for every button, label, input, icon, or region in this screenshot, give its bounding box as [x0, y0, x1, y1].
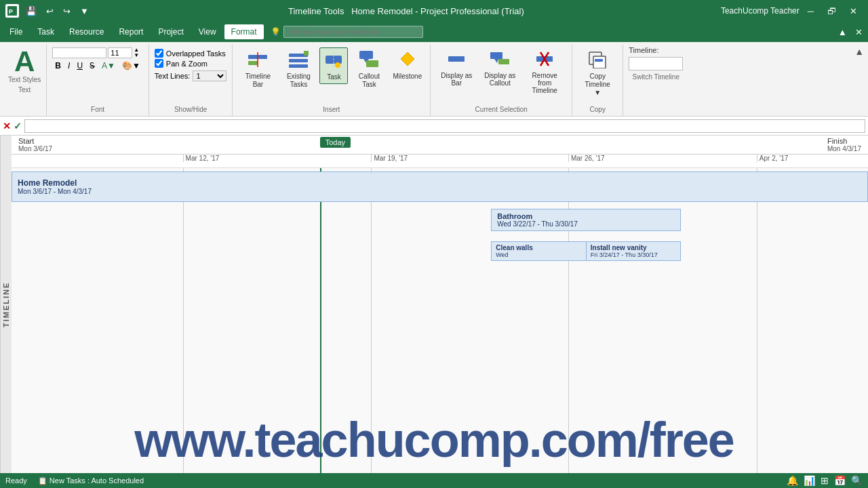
- window-title: Home Remodel - Project Professional (Tri…: [351, 6, 524, 16]
- callout-task-button[interactable]: Callout Task: [349, 47, 389, 91]
- menu-format[interactable]: Format: [224, 24, 264, 39]
- timeline-view: Start Mon 3/6/17 Today Finish Mon 4/3/17…: [12, 136, 868, 473]
- remove-from-timeline-icon: [534, 49, 555, 70]
- ribbon-context-label: Timeline Tools: [288, 6, 344, 16]
- font-color-button[interactable]: A▼: [99, 60, 118, 71]
- copy-group-label: Copy: [578, 106, 617, 113]
- restore-button[interactable]: 🗗: [822, 5, 842, 18]
- customize-qat-button[interactable]: ▼: [77, 5, 92, 18]
- notification-icon[interactable]: 🔔: [787, 475, 798, 486]
- timeline-selector[interactable]: [629, 57, 683, 70]
- svg-rect-3: [248, 61, 258, 65]
- text-lines-select[interactable]: 1 2 3: [193, 70, 226, 81]
- copy-timeline-button[interactable]: Copy Timeline ▼: [578, 47, 617, 99]
- insert-group-label: Insert: [238, 106, 425, 113]
- existing-tasks-button[interactable]: Existing Tasks: [279, 47, 318, 91]
- subtask-clean-walls[interactable]: Clean walls Wed: [492, 242, 587, 260]
- ribbon-help-btn[interactable]: ✕: [852, 26, 865, 39]
- pan-zoom-label: Pan & Zoom: [166, 60, 208, 68]
- subtask-install-vanity[interactable]: Install new vanity Fri 3/24/17 - Thu 3/3…: [587, 242, 681, 260]
- overlapped-tasks-checkbox-row[interactable]: Overlapped Tasks: [155, 49, 227, 58]
- font-name-input[interactable]: [52, 47, 106, 58]
- bg-color-button[interactable]: 🎨▼: [119, 60, 143, 71]
- search-input[interactable]: [283, 26, 423, 38]
- svg-rect-7: [289, 64, 308, 68]
- close-button[interactable]: ✕: [844, 5, 863, 18]
- font-size-decrease[interactable]: ▼: [134, 53, 139, 58]
- ribbon-collapse-btn[interactable]: ▲: [835, 26, 850, 39]
- display-as-bar-button[interactable]: Display as Bar: [436, 47, 477, 89]
- menu-resource[interactable]: Resource: [62, 24, 111, 39]
- svg-rect-19: [498, 59, 509, 64]
- text-group-label: Text: [8, 86, 41, 94]
- menu-view[interactable]: View: [192, 24, 223, 39]
- start-label: Start: [18, 137, 52, 145]
- formula-cancel-button[interactable]: ✕: [3, 121, 11, 131]
- zoom-icon[interactable]: 🔍: [851, 475, 863, 486]
- minimize-button[interactable]: ─: [802, 5, 819, 18]
- redo-button[interactable]: ↪: [60, 5, 73, 18]
- italic-button[interactable]: I: [65, 60, 73, 71]
- status-bar: Ready 📋 New Tasks : Auto Scheduled 🔔 📊 ⊞…: [0, 473, 868, 488]
- timeline-start: Start Mon 3/6/17: [18, 137, 52, 152]
- svg-rect-25: [595, 59, 603, 62]
- save-button[interactable]: 💾: [23, 5, 39, 18]
- display-as-callout-button[interactable]: Display as Callout: [478, 47, 521, 89]
- menu-project[interactable]: Project: [151, 24, 190, 39]
- undo-button[interactable]: ↩: [43, 5, 56, 18]
- svg-rect-16: [448, 56, 465, 62]
- gantt-icon[interactable]: 📅: [834, 475, 846, 486]
- svg-rect-14: [366, 60, 378, 67]
- bathroom-dates: Wed 3/22/17 - Thu 3/30/17: [497, 220, 675, 228]
- menu-task[interactable]: Task: [31, 24, 61, 39]
- formula-confirm-button[interactable]: ✓: [14, 121, 22, 131]
- overlapped-tasks-checkbox[interactable]: [155, 49, 163, 58]
- date-marks: Mar 12, '17 Mar 19, '17 Mar 26, '17 Apr …: [12, 155, 868, 168]
- font-size-input[interactable]: 11: [108, 47, 132, 58]
- remove-from-timeline-button[interactable]: Remove from Timeline: [523, 47, 566, 96]
- menu-file[interactable]: File: [3, 24, 29, 39]
- finish-label: Finish: [827, 137, 861, 145]
- ribbon-group-font: 11 ▲ ▼ B I U S̶ A▼ 🎨▼: [47, 45, 149, 116]
- strikethrough-button[interactable]: S̶: [87, 60, 98, 71]
- svg-text:P: P: [9, 8, 13, 15]
- remove-from-timeline-label: Remove from Timeline: [527, 72, 562, 94]
- subtask-row: Clean walls Wed Install new vanity Fri 3…: [491, 241, 681, 261]
- svg-marker-15: [401, 52, 414, 66]
- font-group-label: Font: [52, 106, 142, 113]
- layout-icon[interactable]: 📊: [804, 475, 815, 486]
- menu-search[interactable]: 💡: [271, 26, 423, 38]
- ribbon-collapse-arrow[interactable]: ▲: [853, 45, 865, 58]
- current-selection-group-label: Current Selection: [436, 106, 566, 113]
- grid-icon[interactable]: ⊞: [821, 475, 829, 486]
- title-bar-left: P 💾 ↩ ↪ ▼: [5, 4, 92, 18]
- bathroom-callout[interactable]: Bathroom Wed 3/22/17 - Thu 3/30/17: [491, 209, 681, 231]
- pan-zoom-checkbox-row[interactable]: Pan & Zoom: [155, 59, 227, 68]
- today-marker: Today: [320, 137, 351, 148]
- formula-input[interactable]: [24, 119, 865, 133]
- menu-bar: File Task Resource Report Project View F…: [0, 22, 868, 42]
- formula-bar: ✕ ✓: [0, 117, 868, 136]
- underline-button[interactable]: U: [74, 60, 85, 71]
- subtask-install-vanity-date: Fri 3/24/17 - Thu 3/30/17: [591, 251, 677, 258]
- timeline-bar-button[interactable]: Timeline Bar: [238, 47, 277, 91]
- menu-report[interactable]: Report: [112, 24, 150, 39]
- timeline-bar-icon: [247, 49, 269, 71]
- project-bar[interactable]: Home Remodel Mon 3/6/17 - Mon 4/3/17: [12, 171, 868, 202]
- svg-rect-12: [359, 51, 373, 59]
- bold-button[interactable]: B: [52, 60, 64, 71]
- display-as-callout-label: Display as Callout: [482, 72, 517, 87]
- svg-rect-8: [304, 51, 309, 56]
- pan-zoom-checkbox[interactable]: [155, 59, 163, 68]
- existing-tasks-label: Existing Tasks: [281, 73, 315, 89]
- status-bar-right: 🔔 📊 ⊞ 📅 🔍: [787, 475, 863, 486]
- task-button[interactable]: Task: [319, 47, 348, 84]
- font-controls: 11 ▲ ▼ B I U S̶ A▼ 🎨▼: [52, 47, 142, 71]
- svg-rect-24: [593, 56, 606, 68]
- vert-line-1: [183, 168, 184, 473]
- timeline-side-label: TIMELINE: [0, 136, 12, 473]
- ribbon-group-current-selection: Display as Bar Display as Callout: [431, 45, 572, 116]
- text-styles-button[interactable]: A: [14, 47, 35, 76]
- milestone-label: Milestone: [393, 73, 422, 81]
- milestone-button[interactable]: Milestone: [390, 47, 425, 83]
